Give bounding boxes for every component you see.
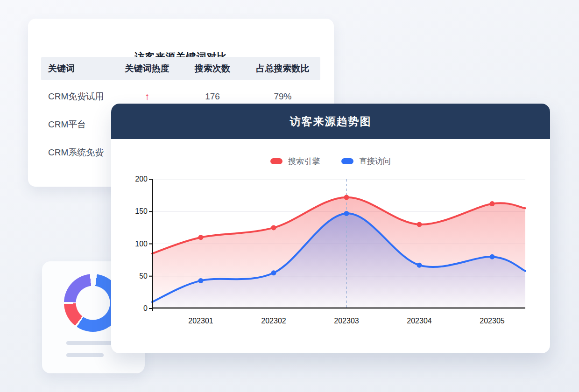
dashboard: 访客来源关键词对比 关键词关键词热度搜索次数占总搜索数比 CRM免费试用↑176… — [0, 0, 579, 392]
legend-swatch-icon — [341, 158, 353, 164]
trend-card-header: 访客来源趋势图 — [111, 104, 550, 139]
trend-up-icon: ↑ — [145, 91, 150, 102]
keyword-cell: CRM免费试用 — [41, 91, 114, 103]
column-header: 占总搜索数比 — [245, 63, 320, 75]
x-tick-label: 202302 — [255, 316, 292, 326]
share-cell: 79% — [245, 91, 320, 102]
trend-line-chart — [152, 179, 525, 312]
y-tick-label: 150 — [111, 206, 148, 217]
x-tick-label: 202304 — [401, 316, 438, 326]
legend-item[interactable]: 搜索引擎 — [270, 156, 320, 167]
legend-item[interactable]: 直接访问 — [341, 156, 391, 167]
x-tick-label: 202301 — [182, 316, 219, 326]
keyword-cell: CRM平台 — [41, 119, 114, 131]
column-header: 关键词 — [41, 63, 114, 75]
searches-cell: 176 — [180, 91, 245, 102]
keyword-cell: CRM系统免费 — [41, 147, 114, 159]
y-tick-label: 50 — [111, 271, 148, 281]
trend-chart-card: 访客来源趋势图 搜索引擎直接访问 050100150200 2023012023… — [111, 104, 550, 353]
keyword-table-header: 关键词关键词热度搜索次数占总搜索数比 — [41, 57, 320, 80]
column-header: 关键词热度 — [114, 63, 180, 75]
skeleton-line — [66, 353, 104, 357]
legend-label: 直接访问 — [359, 156, 391, 167]
chart-legend: 搜索引擎直接访问 — [111, 156, 550, 167]
y-tick-label: 0 — [111, 303, 148, 314]
y-tick-label: 100 — [111, 239, 148, 249]
trend-card-title: 访客来源趋势图 — [290, 114, 372, 129]
x-tick-label: 202303 — [328, 316, 365, 326]
legend-swatch-icon — [270, 158, 282, 164]
x-tick-label: 202305 — [473, 316, 511, 326]
trend-cell: ↑ — [114, 91, 180, 102]
legend-label: 搜索引擎 — [288, 156, 320, 167]
y-tick-label: 200 — [111, 174, 148, 184]
column-header: 搜索次数 — [180, 63, 245, 75]
